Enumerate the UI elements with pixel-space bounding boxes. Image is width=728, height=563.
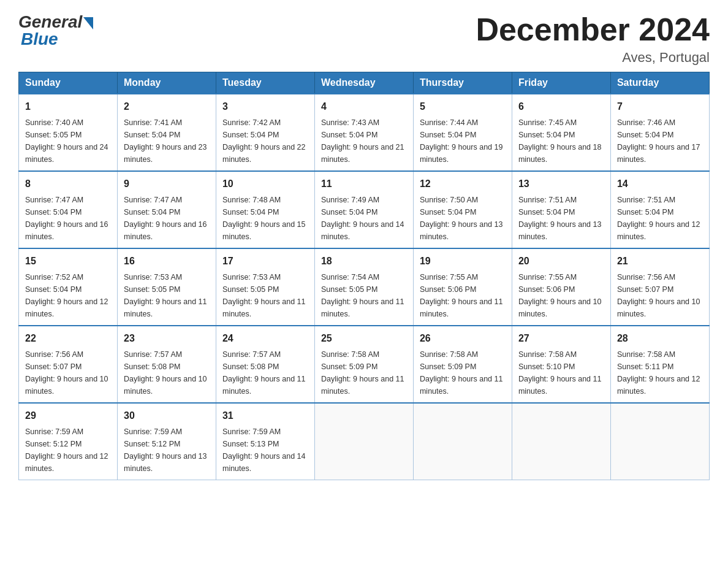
day-number: 19 xyxy=(420,254,506,269)
calendar-header-sunday: Sunday xyxy=(19,72,118,94)
day-number: 21 xyxy=(617,254,703,269)
calendar-header-row: SundayMondayTuesdayWednesdayThursdayFrid… xyxy=(19,72,710,94)
day-info: Sunrise: 7:56 AMSunset: 5:07 PMDaylight:… xyxy=(617,271,703,320)
calendar-header-thursday: Thursday xyxy=(413,72,512,94)
day-info: Sunrise: 7:40 AMSunset: 5:05 PMDaylight:… xyxy=(25,117,111,166)
table-row: 23Sunrise: 7:57 AMSunset: 5:08 PMDayligh… xyxy=(117,326,216,403)
day-number: 8 xyxy=(25,177,111,191)
day-number: 23 xyxy=(124,331,210,346)
day-number: 18 xyxy=(321,254,407,269)
table-row: 5Sunrise: 7:44 AMSunset: 5:04 PMDaylight… xyxy=(413,94,512,171)
day-number: 25 xyxy=(321,331,407,346)
day-info: Sunrise: 7:47 AMSunset: 5:04 PMDaylight:… xyxy=(124,194,210,243)
day-info: Sunrise: 7:56 AMSunset: 5:07 PMDaylight:… xyxy=(25,348,111,397)
table-row: 10Sunrise: 7:48 AMSunset: 5:04 PMDayligh… xyxy=(216,171,314,248)
calendar-header-wednesday: Wednesday xyxy=(314,72,413,94)
day-info: Sunrise: 7:59 AMSunset: 5:12 PMDaylight:… xyxy=(124,426,210,475)
calendar-header-monday: Monday xyxy=(117,72,216,94)
table-row: 14Sunrise: 7:51 AMSunset: 5:04 PMDayligh… xyxy=(610,171,709,248)
day-info: Sunrise: 7:53 AMSunset: 5:05 PMDaylight:… xyxy=(124,271,210,320)
day-number: 11 xyxy=(321,177,407,191)
table-row: 4Sunrise: 7:43 AMSunset: 5:04 PMDaylight… xyxy=(314,94,413,171)
table-row xyxy=(512,403,610,480)
logo: General Blue xyxy=(18,12,93,49)
table-row xyxy=(314,403,413,480)
table-row: 30Sunrise: 7:59 AMSunset: 5:12 PMDayligh… xyxy=(117,403,216,480)
table-row: 25Sunrise: 7:58 AMSunset: 5:09 PMDayligh… xyxy=(314,326,413,403)
day-number: 22 xyxy=(25,331,111,346)
day-number: 10 xyxy=(222,177,308,191)
day-info: Sunrise: 7:58 AMSunset: 5:09 PMDaylight:… xyxy=(321,348,407,397)
day-info: Sunrise: 7:59 AMSunset: 5:12 PMDaylight:… xyxy=(25,426,111,475)
day-number: 30 xyxy=(124,408,210,423)
calendar-week-row: 15Sunrise: 7:52 AMSunset: 5:04 PMDayligh… xyxy=(19,248,710,326)
table-row: 20Sunrise: 7:55 AMSunset: 5:06 PMDayligh… xyxy=(512,248,610,326)
table-row: 21Sunrise: 7:56 AMSunset: 5:07 PMDayligh… xyxy=(610,248,709,326)
table-row xyxy=(413,403,512,480)
day-number: 29 xyxy=(25,408,111,423)
day-info: Sunrise: 7:43 AMSunset: 5:04 PMDaylight:… xyxy=(321,117,407,166)
day-number: 12 xyxy=(420,177,506,191)
day-number: 28 xyxy=(617,331,703,346)
table-row: 13Sunrise: 7:51 AMSunset: 5:04 PMDayligh… xyxy=(512,171,610,248)
table-row: 1Sunrise: 7:40 AMSunset: 5:05 PMDaylight… xyxy=(19,94,118,171)
table-row: 18Sunrise: 7:54 AMSunset: 5:05 PMDayligh… xyxy=(314,248,413,326)
day-info: Sunrise: 7:55 AMSunset: 5:06 PMDaylight:… xyxy=(420,271,506,320)
table-row: 19Sunrise: 7:55 AMSunset: 5:06 PMDayligh… xyxy=(413,248,512,326)
table-row: 31Sunrise: 7:59 AMSunset: 5:13 PMDayligh… xyxy=(216,403,314,480)
calendar-week-row: 8Sunrise: 7:47 AMSunset: 5:04 PMDaylight… xyxy=(19,171,710,248)
table-row: 9Sunrise: 7:47 AMSunset: 5:04 PMDaylight… xyxy=(117,171,216,248)
day-info: Sunrise: 7:44 AMSunset: 5:04 PMDaylight:… xyxy=(420,117,506,166)
day-info: Sunrise: 7:51 AMSunset: 5:04 PMDaylight:… xyxy=(518,194,604,243)
day-number: 5 xyxy=(420,99,506,114)
month-title: December 2024 xyxy=(476,12,710,47)
day-info: Sunrise: 7:49 AMSunset: 5:04 PMDaylight:… xyxy=(321,194,407,243)
table-row: 26Sunrise: 7:58 AMSunset: 5:09 PMDayligh… xyxy=(413,326,512,403)
day-info: Sunrise: 7:58 AMSunset: 5:11 PMDaylight:… xyxy=(617,348,703,397)
day-info: Sunrise: 7:58 AMSunset: 5:09 PMDaylight:… xyxy=(420,348,506,397)
table-row: 7Sunrise: 7:46 AMSunset: 5:04 PMDaylight… xyxy=(610,94,709,171)
calendar-header-tuesday: Tuesday xyxy=(216,72,314,94)
table-row: 8Sunrise: 7:47 AMSunset: 5:04 PMDaylight… xyxy=(19,171,118,248)
table-row: 6Sunrise: 7:45 AMSunset: 5:04 PMDaylight… xyxy=(512,94,610,171)
table-row: 27Sunrise: 7:58 AMSunset: 5:10 PMDayligh… xyxy=(512,326,610,403)
day-info: Sunrise: 7:54 AMSunset: 5:05 PMDaylight:… xyxy=(321,271,407,320)
table-row: 11Sunrise: 7:49 AMSunset: 5:04 PMDayligh… xyxy=(314,171,413,248)
day-number: 15 xyxy=(25,254,111,269)
day-info: Sunrise: 7:57 AMSunset: 5:08 PMDaylight:… xyxy=(124,348,210,397)
table-row: 3Sunrise: 7:42 AMSunset: 5:04 PMDaylight… xyxy=(216,94,314,171)
day-info: Sunrise: 7:59 AMSunset: 5:13 PMDaylight:… xyxy=(222,426,308,475)
day-info: Sunrise: 7:55 AMSunset: 5:06 PMDaylight:… xyxy=(518,271,604,320)
day-info: Sunrise: 7:45 AMSunset: 5:04 PMDaylight:… xyxy=(518,117,604,166)
page-header: General Blue December 2024 Aves, Portuga… xyxy=(18,12,710,66)
table-row: 16Sunrise: 7:53 AMSunset: 5:05 PMDayligh… xyxy=(117,248,216,326)
day-number: 7 xyxy=(617,99,703,114)
day-info: Sunrise: 7:52 AMSunset: 5:04 PMDaylight:… xyxy=(25,271,111,320)
table-row: 22Sunrise: 7:56 AMSunset: 5:07 PMDayligh… xyxy=(19,326,118,403)
day-number: 6 xyxy=(518,99,604,114)
day-number: 3 xyxy=(222,99,308,114)
title-block: December 2024 Aves, Portugal xyxy=(476,12,710,66)
day-number: 27 xyxy=(518,331,604,346)
table-row: 17Sunrise: 7:53 AMSunset: 5:05 PMDayligh… xyxy=(216,248,314,326)
day-info: Sunrise: 7:42 AMSunset: 5:04 PMDaylight:… xyxy=(222,117,308,166)
logo-arrow-icon xyxy=(83,17,93,29)
day-info: Sunrise: 7:47 AMSunset: 5:04 PMDaylight:… xyxy=(25,194,111,243)
day-number: 20 xyxy=(518,254,604,269)
day-info: Sunrise: 7:57 AMSunset: 5:08 PMDaylight:… xyxy=(222,348,308,397)
table-row: 15Sunrise: 7:52 AMSunset: 5:04 PMDayligh… xyxy=(19,248,118,326)
table-row xyxy=(610,403,709,480)
day-info: Sunrise: 7:46 AMSunset: 5:04 PMDaylight:… xyxy=(617,117,703,166)
table-row: 12Sunrise: 7:50 AMSunset: 5:04 PMDayligh… xyxy=(413,171,512,248)
day-info: Sunrise: 7:53 AMSunset: 5:05 PMDaylight:… xyxy=(222,271,308,320)
table-row: 29Sunrise: 7:59 AMSunset: 5:12 PMDayligh… xyxy=(19,403,118,480)
location-subtitle: Aves, Portugal xyxy=(476,50,710,66)
day-info: Sunrise: 7:50 AMSunset: 5:04 PMDaylight:… xyxy=(420,194,506,243)
day-number: 26 xyxy=(420,331,506,346)
table-row: 2Sunrise: 7:41 AMSunset: 5:04 PMDaylight… xyxy=(117,94,216,171)
logo-blue-text: Blue xyxy=(18,29,58,49)
calendar-table: SundayMondayTuesdayWednesdayThursdayFrid… xyxy=(18,72,710,480)
calendar-week-row: 1Sunrise: 7:40 AMSunset: 5:05 PMDaylight… xyxy=(19,94,710,171)
day-info: Sunrise: 7:41 AMSunset: 5:04 PMDaylight:… xyxy=(124,117,210,166)
day-number: 9 xyxy=(124,177,210,191)
